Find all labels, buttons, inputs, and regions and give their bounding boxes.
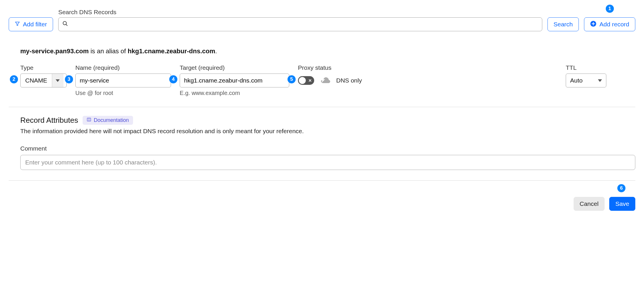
cloud-icon xyxy=(319,76,332,86)
record-attributes-title: Record Attributes xyxy=(20,116,78,125)
add-record-button[interactable]: Add record xyxy=(584,17,635,31)
svg-point-1 xyxy=(63,21,66,25)
step-badge-1: 1 xyxy=(606,5,614,13)
proxy-toggle[interactable]: ✕ xyxy=(298,76,314,85)
footer-actions: 6 Cancel Save xyxy=(9,189,635,211)
name-help: Use @ for root xyxy=(75,90,171,96)
step-badge-5: 5 xyxy=(288,75,296,83)
record-section: my-service.pan93.com is an alias of hkg1… xyxy=(9,47,635,211)
type-field: 2 Type CNAME xyxy=(20,64,67,87)
comment-label: Comment xyxy=(20,145,635,152)
toggle-knob xyxy=(299,77,306,84)
search-input[interactable] xyxy=(58,17,542,31)
comment-input[interactable] xyxy=(20,155,635,170)
ttl-field: TTL Auto xyxy=(566,64,606,87)
target-help: E.g. www.example.com xyxy=(180,90,289,96)
search-label: Search DNS Records xyxy=(58,9,542,16)
step-badge-6: 6 xyxy=(617,184,625,192)
plus-circle-icon xyxy=(590,21,596,28)
documentation-label: Documentation xyxy=(94,117,129,123)
type-label: Type xyxy=(20,64,67,71)
alias-host: my-service.pan93.com xyxy=(20,47,89,55)
record-attributes: Record Attributes Documentation The info… xyxy=(9,116,635,170)
save-button[interactable]: Save xyxy=(609,197,635,211)
search-button-label: Search xyxy=(554,21,573,28)
type-select[interactable]: CNAME xyxy=(20,74,67,87)
add-record-label: Add record xyxy=(599,21,629,28)
book-icon xyxy=(87,117,91,123)
add-filter-button[interactable]: Add filter xyxy=(9,17,53,31)
chevron-down-icon xyxy=(598,79,602,82)
name-field: 3 Name (required) Use @ for root xyxy=(75,64,171,96)
ttl-label: TTL xyxy=(566,64,606,71)
name-input[interactable] xyxy=(75,74,171,87)
name-label: Name (required) xyxy=(75,64,171,71)
search-wrap xyxy=(58,17,542,31)
ttl-select[interactable]: Auto xyxy=(566,74,606,87)
svg-marker-0 xyxy=(15,22,19,25)
filter-icon xyxy=(15,21,20,28)
svg-line-2 xyxy=(66,24,67,26)
add-filter-label: Add filter xyxy=(23,21,47,28)
documentation-link[interactable]: Documentation xyxy=(83,116,133,125)
type-value: CNAME xyxy=(21,74,52,87)
add-record-wrap: 1 Add record xyxy=(584,17,635,31)
proxy-field: 5 Proxy status ✕ DNS only xyxy=(298,64,362,87)
divider xyxy=(9,107,635,107)
step-badge-3: 3 xyxy=(65,75,73,83)
step-badge-2: 2 xyxy=(10,75,18,83)
target-field: 4 Target (required) E.g. www.example.com xyxy=(180,64,289,96)
search-icon xyxy=(62,21,68,28)
toolbar: Add filter Search DNS Records Search 1 A… xyxy=(9,9,635,31)
cancel-button[interactable]: Cancel xyxy=(574,197,605,211)
x-icon: ✕ xyxy=(308,78,312,83)
chevron-down-icon xyxy=(52,74,63,87)
target-label: Target (required) xyxy=(180,64,289,71)
cancel-label: Cancel xyxy=(580,200,598,207)
step-badge-4: 4 xyxy=(169,75,177,83)
search-group: Search DNS Records xyxy=(58,9,542,31)
search-button[interactable]: Search xyxy=(547,17,579,31)
target-input[interactable] xyxy=(180,74,289,87)
alias-mid: is an alias of xyxy=(89,47,128,55)
proxy-label: Proxy status xyxy=(298,64,362,71)
proxy-group: ✕ DNS only xyxy=(298,74,362,87)
alias-target: hkg1.cname.zeabur-dns.com xyxy=(128,47,215,55)
divider xyxy=(9,180,635,181)
alias-period: . xyxy=(215,47,217,55)
record-attributes-desc: The information provided here will not i… xyxy=(20,128,635,135)
proxy-value: DNS only xyxy=(336,77,362,84)
alias-heading: my-service.pan93.com is an alias of hkg1… xyxy=(20,47,635,55)
ttl-value: Auto xyxy=(570,77,583,84)
save-label: Save xyxy=(615,200,629,207)
fields-row: 2 Type CNAME 3 Name (required) Use @ for… xyxy=(9,64,635,96)
